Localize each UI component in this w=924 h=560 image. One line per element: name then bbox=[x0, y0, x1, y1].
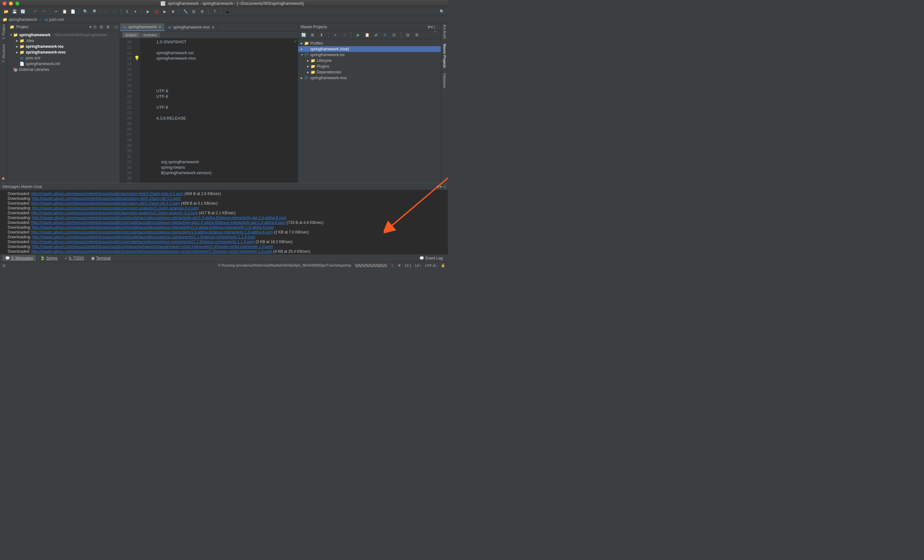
vcs-button[interactable]: 🔧 bbox=[182, 8, 189, 15]
structure-tool-button[interactable]: 7: Structure bbox=[2, 44, 6, 63]
close-icon[interactable]: × bbox=[159, 24, 161, 30]
status-position[interactable]: 13:1 bbox=[405, 264, 411, 268]
download-icon[interactable]: ⬇ bbox=[318, 31, 325, 39]
download-link[interactable]: http://maven.aliyun.com/nexus/content/gr… bbox=[31, 240, 254, 244]
paste-button[interactable]: 📄 bbox=[69, 8, 76, 15]
skip-icon[interactable]: ⊘ bbox=[381, 31, 388, 39]
download-link[interactable]: http://maven.aliyun.com/nexus/content/gr… bbox=[32, 206, 199, 210]
project-tool-button[interactable]: 1: Project bbox=[2, 24, 6, 39]
maven-tree-item[interactable]: ▶📁Lifecycle bbox=[298, 58, 441, 63]
gear-icon[interactable]: ⚙▾ bbox=[436, 184, 441, 189]
debug-button[interactable]: 🐞 bbox=[153, 8, 160, 15]
tree-item[interactable]: mpom.xml bbox=[7, 55, 120, 61]
run-icon[interactable]: ▶ bbox=[354, 31, 362, 39]
code-editor[interactable]: 1011121314151617181920212223242526272829… bbox=[120, 39, 298, 183]
xml-subtab[interactable]: project bbox=[123, 32, 140, 37]
maven-projects-button[interactable]: Maven Projects bbox=[443, 43, 447, 68]
forward-button[interactable]: → bbox=[111, 8, 118, 15]
tree-item[interactable]: ▶📁.idea bbox=[7, 38, 120, 43]
reimport-icon[interactable]: 🔄 bbox=[300, 31, 307, 39]
breadcrumb-root[interactable]: 📁 springframework bbox=[3, 17, 37, 22]
tree-item[interactable]: ▼📁springframework~/Documents/WS/springfr… bbox=[7, 32, 120, 38]
close-window[interactable] bbox=[3, 1, 6, 6]
maven-tree-item[interactable]: ▼ⓜspringframework-ioc bbox=[298, 52, 441, 58]
breadcrumb-file[interactable]: m pom.xml bbox=[45, 17, 64, 22]
structure-button[interactable]: ⊞ bbox=[190, 8, 197, 15]
search-everywhere-button[interactable]: 🔍 bbox=[438, 8, 446, 15]
collapse-icon[interactable]: ⊟ bbox=[100, 25, 104, 29]
execute-icon[interactable]: 📋 bbox=[363, 31, 370, 39]
download-link[interactable]: http://maven.aliyun.com/nexus/content/gr… bbox=[32, 244, 273, 249]
graph-icon[interactable]: ⊡ bbox=[390, 31, 398, 39]
database-button[interactable]: Database bbox=[443, 73, 447, 88]
status-error-icon[interactable]: ⊘ bbox=[391, 264, 394, 268]
undo-button[interactable]: ↶ bbox=[32, 8, 39, 15]
project-tree[interactable]: ▼📁springframework~/Documents/WS/springfr… bbox=[7, 31, 120, 183]
download-link[interactable]: http://maven.aliyun.com/nexus/content/gr… bbox=[32, 225, 274, 230]
tree-item[interactable]: 📄springframework.iml bbox=[7, 61, 120, 67]
tool-button[interactable]: 📱 bbox=[224, 8, 231, 15]
download-link[interactable]: http://maven.aliyun.com/nexus/content/gr… bbox=[31, 201, 180, 205]
download-link[interactable]: http://maven.aliyun.com/nexus/content/gr… bbox=[32, 196, 181, 201]
tree-item[interactable]: ▶📁springframework-ioc bbox=[7, 43, 120, 49]
download-link[interactable]: http://maven.aliyun.com/nexus/content/gr… bbox=[32, 216, 286, 220]
bottom-tab[interactable]: 💬0: Messages bbox=[3, 255, 36, 261]
favorites-icon[interactable]: ★ bbox=[1, 176, 6, 181]
gear-icon[interactable]: ⚙ bbox=[106, 25, 111, 29]
bottom-tab[interactable]: ✓6: TODO bbox=[62, 255, 87, 261]
hide-icon[interactable]: |← bbox=[434, 25, 438, 29]
tree-item[interactable]: 📚External Libraries bbox=[7, 67, 120, 72]
event-log-button[interactable]: 💬Event Log bbox=[417, 255, 446, 261]
download-link[interactable]: http://maven.aliyun.com/nexus/content/gr… bbox=[31, 220, 285, 225]
copy-button[interactable]: 📋 bbox=[61, 8, 68, 15]
redo-button[interactable]: ↷ bbox=[40, 8, 47, 15]
locate-icon[interactable]: ⊙ bbox=[93, 25, 98, 29]
maven-tree[interactable]: ▶📁Profiles▶ⓜspringframework (root)▼ⓜspri… bbox=[298, 39, 441, 183]
help-button[interactable]: ? bbox=[211, 8, 218, 15]
open-button[interactable]: 📂 bbox=[3, 8, 10, 15]
maven-tree-item[interactable]: ▶📁Profiles bbox=[298, 40, 441, 46]
generate-icon[interactable]: ⊞ bbox=[309, 31, 316, 39]
download-link[interactable]: http://maven.aliyun.com/nexus/content/gr… bbox=[31, 249, 272, 254]
editor-tab[interactable]: mspringframework× bbox=[120, 23, 165, 31]
bottom-tab[interactable]: 🍃Spring bbox=[38, 255, 60, 261]
config-dropdown[interactable]: ▾ bbox=[132, 8, 139, 15]
build-button[interactable]: ⬇ bbox=[123, 8, 130, 15]
maven-tree-item[interactable]: ▶ⓜspringframework (root) bbox=[298, 46, 441, 52]
sdk-button[interactable]: ⚙ bbox=[199, 8, 206, 15]
status-marker-icon[interactable]: ⊡ bbox=[3, 264, 6, 268]
status-separator[interactable]: LF÷ bbox=[415, 264, 421, 268]
add-icon[interactable]: + bbox=[332, 31, 339, 39]
sync-button[interactable]: 🔄 bbox=[19, 8, 26, 15]
cut-button[interactable]: ✂ bbox=[52, 8, 60, 15]
back-button[interactable]: ← bbox=[103, 8, 110, 15]
run-button[interactable]: ▶ bbox=[144, 8, 152, 15]
download-link[interactable]: http://maven.aliyun.com/nexus/content/gr… bbox=[31, 230, 273, 234]
remove-icon[interactable]: − bbox=[341, 31, 348, 39]
close-icon[interactable]: × bbox=[212, 25, 214, 30]
gear-icon[interactable]: ⚙▾ bbox=[428, 25, 432, 29]
status-lock-icon[interactable]: 🔒 bbox=[441, 264, 446, 268]
hide-icon[interactable]: →| bbox=[441, 184, 446, 189]
code-content[interactable]: 1.0-SNAPSHOT springframework-ioc springf… bbox=[140, 39, 298, 183]
stop-button[interactable]: ■ bbox=[170, 8, 177, 15]
xml-subtab[interactable]: modules bbox=[140, 32, 160, 37]
maven-tree-item[interactable]: ▶ⓜspringframework-mvc bbox=[298, 75, 441, 81]
maven-tree-item[interactable]: ▶📁Dependencies bbox=[298, 69, 441, 75]
collapse-all-icon[interactable]: ⊟ bbox=[404, 31, 411, 39]
maven-tree-item[interactable]: ▶📁Plugins bbox=[298, 63, 441, 69]
replace-button[interactable]: 🔎 bbox=[90, 8, 97, 15]
maximize-window[interactable] bbox=[15, 1, 19, 6]
download-link[interactable]: http://maven.aliyun.com/nexus/content/gr… bbox=[31, 192, 183, 196]
download-link[interactable]: http://maven.aliyun.com/nexus/content/gr… bbox=[32, 235, 255, 239]
find-button[interactable]: 🔍 bbox=[82, 8, 89, 15]
tree-item[interactable]: ▶📁springframework-mvc bbox=[7, 49, 120, 55]
ant-build-button[interactable]: Ant Build bbox=[443, 24, 447, 39]
minimize-window[interactable] bbox=[9, 1, 13, 6]
messages-content[interactable]: Downloaded: http://maven.aliyun.com/nexu… bbox=[0, 190, 448, 254]
save-button[interactable]: 💾 bbox=[11, 8, 18, 15]
settings-icon[interactable]: ⚙ bbox=[413, 31, 420, 39]
coverage-button[interactable]: ▶ bbox=[161, 8, 168, 15]
bottom-tab[interactable]: ▣Terminal bbox=[88, 255, 113, 261]
dropdown-icon[interactable]: ▾ bbox=[90, 25, 92, 29]
